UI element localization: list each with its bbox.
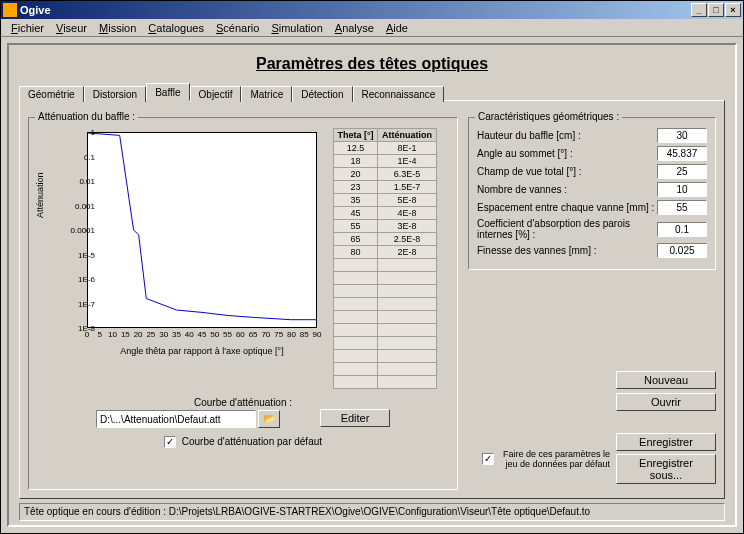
tab-baffle[interactable]: Baffle [146, 83, 189, 101]
client-area: Paramètres des têtes optiques GéométrieD… [1, 37, 743, 533]
tab-géométrie[interactable]: Géométrie [19, 86, 84, 102]
tab-détection[interactable]: Détection [292, 86, 352, 102]
menu-simulation[interactable]: Simulation [265, 22, 328, 34]
x-tick: 55 [223, 330, 232, 339]
x-tick: 50 [210, 330, 219, 339]
y-tick: 1E-7 [55, 299, 95, 308]
param-value[interactable]: 25 [657, 164, 707, 179]
edit-button[interactable]: Editer [320, 409, 390, 427]
y-tick: 0.001 [55, 201, 95, 210]
table-row [334, 285, 437, 298]
x-tick: 15 [121, 330, 130, 339]
x-tick: 65 [249, 330, 258, 339]
param-label: Finesse des vannes [mm] : [477, 245, 657, 256]
new-button[interactable]: Nouveau [616, 371, 716, 389]
tab-reconnaissance[interactable]: Reconnaissance [353, 86, 445, 102]
x-tick: 25 [146, 330, 155, 339]
param-label: Nombre de vannes : [477, 184, 657, 195]
x-tick: 10 [108, 330, 117, 339]
param-value[interactable]: 55 [657, 200, 707, 215]
titlebar: Ogive _ □ × [1, 1, 743, 19]
table-header: Theta [°] [334, 129, 378, 142]
menu-aide[interactable]: Aide [380, 22, 414, 34]
geometry-fieldset: Caractéristiques géométriques : Hauteur … [468, 117, 716, 270]
table-row: 12.58E-1 [334, 142, 437, 155]
table-row: 231.5E-7 [334, 181, 437, 194]
table-row: 454E-8 [334, 207, 437, 220]
param-label: Hauteur du baffle [cm] : [477, 130, 657, 141]
tab-objectif[interactable]: Objectif [190, 86, 242, 102]
window-title: Ogive [20, 4, 690, 16]
param-row: Champ de vue total [°] :25 [477, 164, 707, 179]
open-button[interactable]: Ouvrir [616, 393, 716, 411]
menu-analyse[interactable]: Analyse [329, 22, 380, 34]
table-row: 652.5E-8 [334, 233, 437, 246]
menu-catalogues[interactable]: Catalogues [142, 22, 210, 34]
close-button[interactable]: × [725, 3, 741, 17]
table-row [334, 363, 437, 376]
param-value[interactable]: 45.837 [657, 146, 707, 161]
chart-xlabel: Angle thêta par rapport à l'axe optique … [87, 346, 317, 356]
y-tick: 0.01 [55, 177, 95, 186]
x-tick: 80 [287, 330, 296, 339]
attenuation-table: Theta [°]Atténuation 12.58E-1181E-4206.3… [333, 128, 437, 389]
table-row: 206.3E-5 [334, 168, 437, 181]
param-value[interactable]: 10 [657, 182, 707, 197]
table-row: 181E-4 [334, 155, 437, 168]
y-tick: 1 [55, 128, 95, 137]
table-row [334, 272, 437, 285]
param-label: Champ de vue total [°] : [477, 166, 657, 177]
save-button[interactable]: Enregistrer [616, 433, 716, 451]
attenuation-path-input[interactable] [96, 410, 256, 428]
x-tick: 45 [198, 330, 207, 339]
param-row: Angle au sommet [°] :45.837 [477, 146, 707, 161]
x-tick: 35 [172, 330, 181, 339]
param-value[interactable]: 30 [657, 128, 707, 143]
table-row [334, 311, 437, 324]
param-value[interactable]: 0.1 [657, 222, 707, 237]
param-value[interactable]: 0.025 [657, 243, 707, 258]
x-tick: 75 [274, 330, 283, 339]
x-tick: 5 [98, 330, 102, 339]
table-row [334, 259, 437, 272]
minimize-button[interactable]: _ [691, 3, 707, 17]
param-row: Hauteur du baffle [cm] :30 [477, 128, 707, 143]
param-row: Coefficient d'absorption des parois inte… [477, 218, 707, 240]
action-buttons: Nouveau Ouvrir ✓ Faire de ces paramètres… [468, 371, 716, 484]
menu-scénario[interactable]: Scénario [210, 22, 265, 34]
attenuation-table-wrap: Theta [°]Atténuation 12.58E-1181E-4206.3… [333, 128, 437, 389]
folder-icon: 📂 [263, 413, 275, 424]
param-row: Nombre de vannes :10 [477, 182, 707, 197]
default-curve-checkbox[interactable]: ✓ [164, 436, 176, 448]
browse-button[interactable]: 📂 [258, 410, 280, 428]
table-row [334, 324, 437, 337]
menu-mission[interactable]: Mission [93, 22, 142, 34]
menu-fichier[interactable]: Fichier [5, 22, 50, 34]
x-tick: 70 [261, 330, 270, 339]
x-tick: 30 [159, 330, 168, 339]
menu-viseur[interactable]: Viseur [50, 22, 93, 34]
x-tick: 20 [134, 330, 143, 339]
x-tick: 40 [185, 330, 194, 339]
param-label: Coefficient d'absorption des parois inte… [477, 218, 657, 240]
tab-distorsion[interactable]: Distorsion [84, 86, 146, 102]
table-header: Atténuation [378, 129, 437, 142]
tab-page-baffle: Atténuation du baffle : Atténuation [19, 100, 725, 499]
y-tick: 1E-6 [55, 275, 95, 284]
y-tick: 0.1 [55, 152, 95, 161]
default-dataset-checkbox[interactable]: ✓ [482, 453, 494, 465]
status-bar: Tête optique en cours d'édition : D:\Pro… [19, 503, 725, 521]
saveas-button[interactable]: Enregistrer sous... [616, 454, 716, 484]
table-row [334, 376, 437, 389]
tab-matrice[interactable]: Matrice [241, 86, 292, 102]
param-label: Espacement entre chaque vanne [mm] : [477, 202, 657, 213]
maximize-button[interactable]: □ [708, 3, 724, 17]
table-row: 355E-8 [334, 194, 437, 207]
x-tick: 0 [85, 330, 89, 339]
x-tick: 60 [236, 330, 245, 339]
table-row: 802E-8 [334, 246, 437, 259]
menubar: FichierViseurMissionCataloguesScénarioSi… [1, 19, 743, 37]
param-row: Finesse des vannes [mm] :0.025 [477, 243, 707, 258]
table-row [334, 337, 437, 350]
chart-plot-area [87, 132, 317, 328]
